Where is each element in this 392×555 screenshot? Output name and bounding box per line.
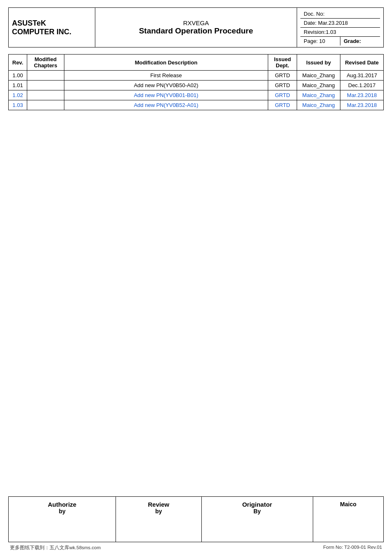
company-name: ASUSTeK COMPUTER INC. (9, 8, 95, 47)
doc-title-sop: Standard Operation Procedure (99, 26, 293, 36)
col-header-issued: IssuedDept. (268, 55, 297, 71)
footer-signature-table: Authorize by Review by Originator By Mai… (8, 496, 384, 542)
content-area (8, 110, 384, 492)
originator-label: Originator (205, 501, 309, 508)
table-row: 1.03Add new PN(YV0B52-A01)GRTDMaico_Zhan… (9, 100, 384, 110)
cell-rev: 1.03 (9, 100, 27, 110)
header-table: ASUSTeK COMPUTER INC. RXVEGA Standard Op… (8, 7, 384, 47)
cell-issuedby: Maico_Zhang (297, 90, 340, 100)
cell-issuedby: Maico_Zhang (297, 100, 340, 110)
col-header-revised: Revised Date (340, 55, 384, 71)
review-by: by (155, 508, 162, 515)
bottom-bar: 更多图纸下载到：五八文库wk.58sms.com Form No: T2-009… (8, 542, 384, 551)
bottom-right-text: Form No: T2-009-01 Rev.01 (323, 545, 382, 551)
cell-mod (27, 71, 64, 81)
cell-date: Aug.31.2017 (340, 71, 384, 81)
cell-date: Dec.1.2017 (340, 81, 384, 90)
cell-mod (27, 100, 64, 110)
authorize-cell: Authorize by (9, 497, 116, 542)
originator-by: By (253, 508, 261, 515)
cell-mod (27, 90, 64, 100)
review-cell: Review by (116, 497, 201, 542)
authorize-by: by (59, 508, 65, 515)
grade-part: Grade: (340, 37, 380, 45)
col-header-desc: Modification Description (64, 55, 268, 71)
cell-rev: 1.00 (9, 71, 27, 81)
bottom-left-text: 更多图纸下载到：五八文库wk.58sms.com (10, 545, 101, 551)
page-label: Page: 10 (304, 38, 325, 44)
doc-no-label: Doc. No: (304, 11, 325, 17)
cell-dept: GRTD (268, 71, 297, 81)
col-header-issuedby: Issued by (297, 55, 340, 71)
company-line2: COMPUTER INC. (12, 28, 71, 36)
cell-desc: First Release (64, 71, 268, 81)
maico-value: Maico (340, 501, 357, 508)
doc-title-rxvega: RXVEGA (99, 19, 293, 26)
table-row: 1.00First ReleaseGRTDMaico_ZhangAug.31.2… (9, 71, 384, 81)
page-grade-row: Page: 10 Grade: (300, 37, 380, 45)
cell-issuedby: Maico_Zhang (297, 81, 340, 90)
cell-rev: 1.01 (9, 81, 27, 90)
table-row: 1.01Add new PN(YV0B50-A02)GRTDMaico_Zhan… (9, 81, 384, 90)
cell-desc: Add new PN(YV0B50-A02) (64, 81, 268, 90)
review-label: Review (119, 501, 198, 508)
col-header-mod: ModifiedChapters (27, 55, 64, 71)
revision-table: Rev. ModifiedChapters Modification Descr… (8, 54, 384, 110)
cell-mod (27, 81, 64, 90)
cell-desc: Add new PN(YV0B01-B01) (64, 90, 268, 100)
grade-label: Grade: (344, 38, 361, 44)
document-title-cell: RXVEGA Standard Operation Procedure (95, 8, 297, 47)
date-label: Date: Mar.23.2018 (304, 20, 348, 26)
cell-date: Mar.23.2018 (340, 100, 384, 110)
doc-no-row: Doc. No: (300, 9, 380, 19)
company-line1: ASUSTeK (12, 19, 46, 27)
authorize-label: Authorize (12, 501, 112, 508)
cell-desc: Add new PN(YV0B52-A01) (64, 100, 268, 110)
col-header-rev: Rev. (9, 55, 27, 71)
originator-cell: Originator By (201, 497, 313, 542)
cell-rev: 1.02 (9, 90, 27, 100)
page-part: Page: 10 (300, 37, 340, 45)
maico-cell: Maico (313, 497, 383, 542)
date-row: Date: Mar.23.2018 (300, 19, 380, 28)
table-row: 1.02Add new PN(YV0B01-B01)GRTDMaico_Zhan… (9, 90, 384, 100)
cell-dept: GRTD (268, 81, 297, 90)
header-info-cell: Doc. No: Date: Mar.23.2018 Revision:1.03… (297, 8, 384, 47)
cell-dept: GRTD (268, 100, 297, 110)
revision-label: Revision:1.03 (304, 29, 336, 35)
cell-date: Mar.23.2018 (340, 90, 384, 100)
revision-row: Revision:1.03 (300, 28, 380, 37)
cell-issuedby: Maico_Zhang (297, 71, 340, 81)
cell-dept: GRTD (268, 90, 297, 100)
